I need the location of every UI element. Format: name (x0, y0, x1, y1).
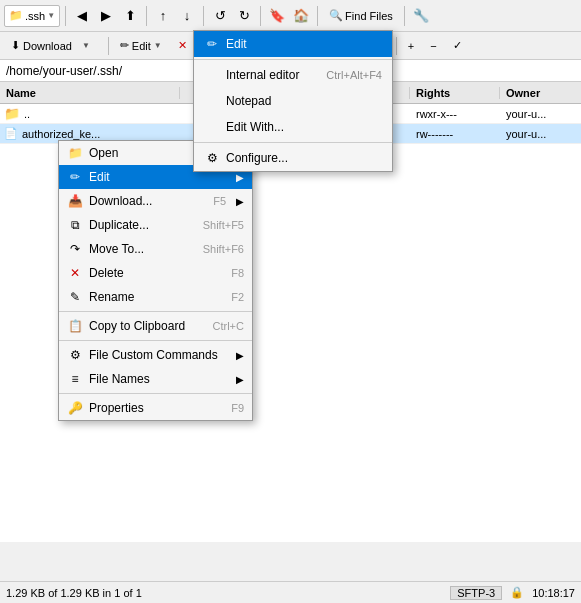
check-icon: ✓ (453, 39, 462, 52)
rename-ctx-icon: ✎ (67, 289, 83, 305)
separator (65, 6, 66, 26)
download-arrow-icon[interactable]: ▼ (75, 35, 97, 57)
bookmark-button[interactable]: 🔖 (266, 5, 288, 27)
ctx-download-label: Download... (89, 194, 207, 208)
refresh-button[interactable]: ↺ (209, 5, 231, 27)
sub-separator (194, 59, 392, 60)
ctx-copy-clipboard[interactable]: 📋 Copy to Clipboard Ctrl+C (59, 314, 252, 338)
open-icon: 📁 (67, 145, 83, 161)
ctx-rename[interactable]: ✎ Rename F2 (59, 285, 252, 309)
sub-internal-editor-label: Internal editor (226, 68, 320, 82)
sub-separator2 (194, 142, 392, 143)
path-text: /home/your-user/.ssh/ (6, 64, 122, 78)
header-rights[interactable]: Rights (410, 87, 500, 99)
sub-configure[interactable]: ⚙ Configure... (194, 145, 392, 171)
sub-edit-default[interactable]: ✏ Edit (194, 31, 392, 57)
toolbar-top: 📁 .ssh ▼ ◀ ▶ ⬆ ↑ ↓ ↺ ↻ 🔖 🏠 🔍 Find Files … (0, 0, 581, 32)
ctx-file-names-label: File Names (89, 372, 226, 386)
status-right: SFTP-3 🔒 10:18:17 (450, 586, 575, 600)
time-display: 10:18:17 (532, 587, 575, 599)
minus-button[interactable]: − (423, 35, 443, 57)
ctx-separator2 (59, 340, 252, 341)
plus-button[interactable]: + (401, 35, 421, 57)
find-files-label: Find Files (345, 10, 393, 22)
separator4 (260, 6, 261, 26)
separator7 (108, 37, 109, 55)
ctx-duplicate-label: Duplicate... (89, 218, 197, 232)
edit-icon: ✏ (120, 39, 129, 52)
up-button[interactable]: ⬆ (119, 5, 141, 27)
back-button[interactable]: ◀ (71, 5, 93, 27)
status-bar: 1.29 KB of 1.29 KB in 1 of 1 SFTP-3 🔒 10… (0, 581, 581, 603)
prev-button[interactable]: ↑ (152, 5, 174, 27)
folder-icon: 📁 (4, 106, 20, 121)
file-owner-cell: your-u... (500, 128, 580, 140)
ctx-file-custom[interactable]: ⚙ File Custom Commands ▶ (59, 343, 252, 367)
check-button[interactable]: ✓ (446, 35, 469, 57)
ctx-copy-clipboard-shortcut: Ctrl+C (213, 320, 244, 332)
ctx-properties-label: Properties (89, 401, 225, 415)
file-rights-cell: rw------- (410, 128, 500, 140)
extra-button[interactable]: 🔧 (410, 5, 432, 27)
ctx-move-label: Move To... (89, 242, 197, 256)
download-label: Download (23, 40, 72, 52)
file-name: .. (24, 108, 30, 120)
ctx-move[interactable]: ↷ Move To... Shift+F6 (59, 237, 252, 261)
custom-ctx-icon: ⚙ (67, 347, 83, 363)
download-ctx-icon: 📥 (67, 193, 83, 209)
minus-icon: − (430, 40, 436, 52)
delete-ctx-icon: ✕ (67, 265, 83, 281)
download-button[interactable]: ⬇ Download ▼ (4, 35, 104, 57)
plus-icon: + (408, 40, 414, 52)
internal-editor-icon (204, 67, 220, 83)
folder-icon: 📁 (9, 9, 23, 22)
duplicate-ctx-icon: ⧉ (67, 217, 83, 233)
lock-icon: 🔒 (510, 586, 524, 599)
sub-notepad[interactable]: Notepad (194, 88, 392, 114)
ctx-file-custom-label: File Custom Commands (89, 348, 226, 362)
sub-internal-editor-shortcut: Ctrl+Alt+F4 (326, 69, 382, 81)
edit-submenu: ✏ Edit Internal editor Ctrl+Alt+F4 Notep… (193, 30, 393, 172)
path-dropdown[interactable]: 📁 .ssh ▼ (4, 5, 60, 27)
ctx-delete[interactable]: ✕ Delete F8 (59, 261, 252, 285)
header-owner[interactable]: Owner (500, 87, 580, 99)
edit-label: Edit (132, 40, 151, 52)
ctx-download-shortcut: F5 (213, 195, 226, 207)
edit-arrow-icon[interactable]: ▼ (154, 41, 162, 50)
status-text: 1.29 KB of 1.29 KB in 1 of 1 (6, 587, 142, 599)
find-icon: 🔍 (329, 9, 343, 22)
ctx-file-custom-arrow-icon: ▶ (236, 350, 244, 361)
ctx-duplicate-shortcut: Shift+F5 (203, 219, 244, 231)
ctx-duplicate[interactable]: ⧉ Duplicate... Shift+F5 (59, 213, 252, 237)
ctx-delete-shortcut: F8 (231, 267, 244, 279)
ctx-download[interactable]: 📥 Download... F5 ▶ (59, 189, 252, 213)
forward-button[interactable]: ▶ (95, 5, 117, 27)
configure-icon: ⚙ (204, 150, 220, 166)
find-files-button[interactable]: 🔍 Find Files (323, 6, 399, 25)
ctx-file-names[interactable]: ≡ File Names ▶ (59, 367, 252, 391)
home-button[interactable]: 🏠 (290, 5, 312, 27)
delete-button[interactable]: ✕ (171, 35, 194, 57)
separator10 (396, 37, 397, 55)
properties-ctx-icon: 🔑 (67, 400, 83, 416)
sub-edit-with[interactable]: Edit With... (194, 114, 392, 140)
ctx-properties[interactable]: 🔑 Properties F9 (59, 396, 252, 420)
header-name[interactable]: Name (0, 87, 180, 99)
ctx-rename-label: Rename (89, 290, 225, 304)
file-name: authorized_ke... (22, 128, 100, 140)
sub-internal-editor[interactable]: Internal editor Ctrl+Alt+F4 (194, 62, 392, 88)
edit-sub-icon: ✏ (204, 36, 220, 52)
edit-ctx-icon: ✏ (67, 169, 83, 185)
file-icon: 📄 (4, 127, 18, 140)
sftp-badge: SFTP-3 (450, 586, 502, 600)
download-icon: ⬇ (11, 39, 20, 52)
ctx-separator (59, 311, 252, 312)
edit-button[interactable]: ✏ Edit ▼ (113, 35, 169, 57)
next-button[interactable]: ↓ (176, 5, 198, 27)
move-ctx-icon: ↷ (67, 241, 83, 257)
refresh2-button[interactable]: ↻ (233, 5, 255, 27)
ctx-edit-label: Edit (89, 170, 226, 184)
path-dropdown-label: .ssh (25, 10, 45, 22)
clipboard-ctx-icon: 📋 (67, 318, 83, 334)
ctx-rename-shortcut: F2 (231, 291, 244, 303)
